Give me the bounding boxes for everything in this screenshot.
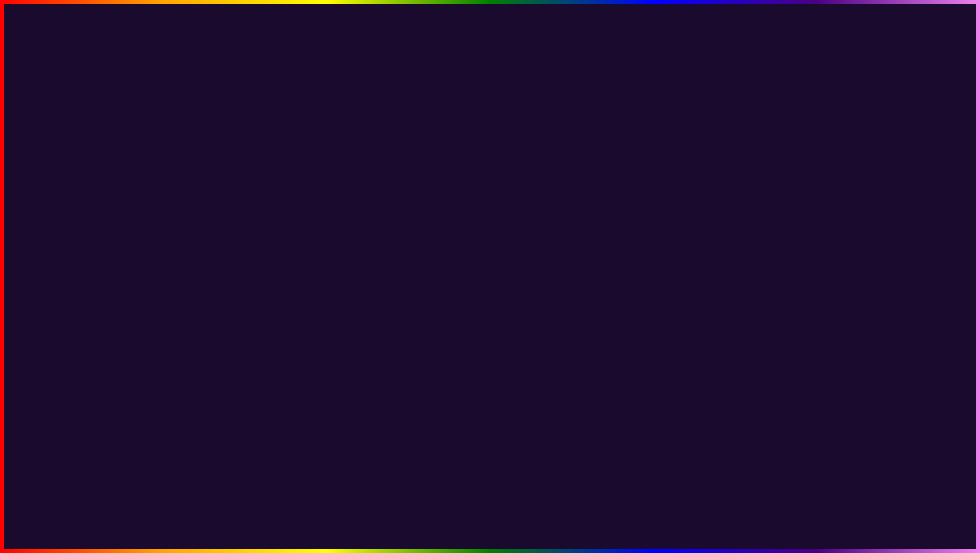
toggle-auto-haki[interactable]	[344, 341, 360, 350]
main-title: KING LEGACY	[0, 10, 980, 101]
distance-slider-thumb[interactable]	[828, 257, 835, 264]
label-auto-new-world: Auto New World	[234, 190, 274, 196]
row-auto-farm-boss: Auto Farm Boss	[230, 282, 364, 294]
haki-label: Haki	[774, 269, 786, 275]
label-auto-farm-quest: Auto Farm Level (Quest)	[94, 190, 160, 197]
ws-left-menu: Main Setting Level Item Item 2 Island Lo…	[702, 193, 768, 330]
checkbox-auto-farm-noquest[interactable]	[84, 201, 91, 208]
ws-title: Main Setting	[870, 182, 904, 189]
row-select-bosses: Select Bosses ‹	[230, 306, 364, 317]
row-refresh-boss: Refresh Boss	[230, 317, 364, 328]
waf-header-icon-close[interactable]: ×	[356, 204, 360, 211]
haki-toggle-thumb	[878, 268, 886, 275]
type-weapon-value: Sword	[779, 235, 796, 242]
toggle-auto-farm-boss[interactable]	[344, 284, 360, 292]
ws-menu-island[interactable]: Island	[702, 250, 768, 263]
nav-stat[interactable]: • Stat Player •	[166, 160, 201, 167]
type-farm-arrow: ▼	[874, 207, 881, 215]
nav-shop[interactable]: • Shop •	[231, 160, 251, 167]
arrow-select-bosses: ‹	[358, 308, 360, 315]
nav-config[interactable]: • Config •	[107, 160, 130, 167]
list-icon: ☰	[84, 221, 91, 229]
kl-badge: 🟡 KINGLEGACY	[833, 426, 919, 512]
misc-close[interactable]: ×	[356, 330, 360, 338]
label-refresh-boss: Refresh Boss	[234, 319, 271, 326]
distance-slider-container	[774, 259, 886, 262]
label-auto-farm-noquest: Auto Farm Level (No Quest)	[94, 201, 170, 208]
haki-row: Haki ✓	[774, 268, 886, 276]
checkbox-auto-farm-quest[interactable]	[84, 190, 91, 197]
waf-header: ✎ – ×	[174, 202, 364, 214]
ws-menu-item2[interactable]: Item 2	[702, 236, 768, 250]
wmf-header: Windows - King Legacy [New World] ✕	[80, 146, 278, 158]
value-above: Above	[340, 240, 356, 246]
version-label: 4.66	[443, 401, 601, 481]
type-weapon-label: Type Weapon	[774, 224, 911, 230]
update-label: UPDATE	[137, 401, 443, 481]
checkbox-auto-new-world[interactable]	[224, 190, 231, 197]
kl-badge-text: 🟡 KINGLEGACY	[853, 442, 899, 497]
nav-farming[interactable]: • Farming •	[133, 160, 164, 167]
ws-menu-item[interactable]: Item	[702, 223, 768, 236]
ws-menu-level[interactable]: Level	[702, 210, 768, 223]
nav-raid[interactable]: • Raid & C	[83, 169, 109, 175]
wmf-nav: • Home • • Config • • Farming • • Stat P…	[80, 158, 278, 177]
section-skills: \\ Skills //	[230, 352, 364, 359]
label-auto-farm-all-boss: Auto Farm All Boss	[234, 296, 286, 303]
label-auto-farm-boss: Auto Farm Boss	[234, 284, 278, 291]
menu-credits[interactable]: Credits	[174, 289, 230, 301]
label-auto-haki: Auto Haki	[234, 342, 260, 349]
label-select-bosses: Select Bosses	[234, 308, 273, 315]
work-lvl-text: WORK LVL 4000	[411, 157, 746, 207]
ws-hash: #	[863, 182, 866, 189]
ws-header-right: # Main Setting ×	[863, 182, 912, 190]
kl-badge-title: KINGLEGACY	[853, 472, 899, 497]
type-weapon-arrow: ▼	[874, 234, 881, 243]
ws-distance-group: Set Distance	[774, 252, 911, 262]
ws-field-group: Type Farm Above ▼ Type Weapon Sword ▼ Se…	[774, 197, 911, 298]
wmf-title: Windows - King Legacy [New World]	[84, 149, 190, 156]
nav-teleport[interactable]: • Teleport •	[203, 160, 230, 167]
value-distance: 11	[353, 263, 360, 270]
z-label: Z	[774, 291, 911, 297]
type-farm-value: Above	[779, 208, 796, 215]
wmf-row-auto-farm-quest: Auto Farm Level (Quest) Auto New World	[80, 188, 278, 199]
ws-haki-group: Haki ✓	[774, 268, 911, 276]
type-weapon-dropdown[interactable]: Sword ▼	[774, 231, 886, 246]
title-container: KING LEGACY	[0, 10, 980, 101]
waf-header-icon-minimize[interactable]: –	[268, 204, 272, 211]
wmf-close-icon[interactable]: ✕	[268, 148, 274, 156]
distance-slider-track	[774, 259, 886, 262]
row-auto-farm-all-boss: Auto Farm All Boss	[230, 294, 364, 306]
type-farm-dropdown[interactable]: Above ▼	[774, 204, 886, 218]
checkbox-monster-noquest[interactable]	[84, 245, 91, 252]
work-lvl-badge: WORK LVL 4000	[411, 157, 746, 207]
ws-auto-skill-group: Auto Skill Z	[774, 283, 911, 298]
arrow-sword: ‹	[358, 227, 360, 234]
nav-home[interactable]: • Home •	[83, 160, 105, 167]
ws-close-btn[interactable]: ×	[908, 182, 912, 190]
wmf-section-main: ||- Main Farming -||	[84, 179, 178, 185]
ws-menu-misc[interactable]: Misc	[702, 276, 768, 289]
haki-toggle[interactable]: ✓	[870, 268, 886, 276]
ws-body: Main Setting Level Item Item 2 Island Lo…	[702, 193, 918, 330]
checkbox-monster-quest[interactable]	[84, 234, 91, 240]
type-farm-label: Type Farm	[774, 197, 911, 203]
wmf-section-quest: ||– Quest Farm –||	[180, 179, 274, 185]
arrow-above: ‹	[358, 239, 360, 247]
section-misc: \\ Misc // ×	[230, 328, 364, 339]
label-select-monster[interactable]: Select Monster	[96, 222, 137, 229]
kl-badge-coin: 🟡	[853, 442, 899, 472]
haki-checkmark: ✓	[872, 269, 876, 275]
auto-skill-label: Auto Skill	[774, 283, 911, 289]
value-sword: Sword	[340, 228, 356, 234]
section-auto-farm-close[interactable]: ×	[357, 217, 361, 225]
distance-slider-fill	[774, 259, 830, 262]
ws-right-content: Type Farm Above ▼ Type Weapon Sword ▼ Se…	[768, 193, 918, 330]
label-misc-section: \\ Misc //	[234, 331, 255, 337]
ws-menu-localplayer[interactable]: LocalPlayer	[702, 263, 768, 276]
toggle-auto-farm-all-boss[interactable]	[344, 296, 360, 304]
toggle-auto-farm-new-world[interactable]	[344, 251, 360, 259]
row-auto-haki: Auto Haki	[230, 339, 364, 352]
waf-header-icon-pencil[interactable]: ✎	[178, 204, 183, 211]
